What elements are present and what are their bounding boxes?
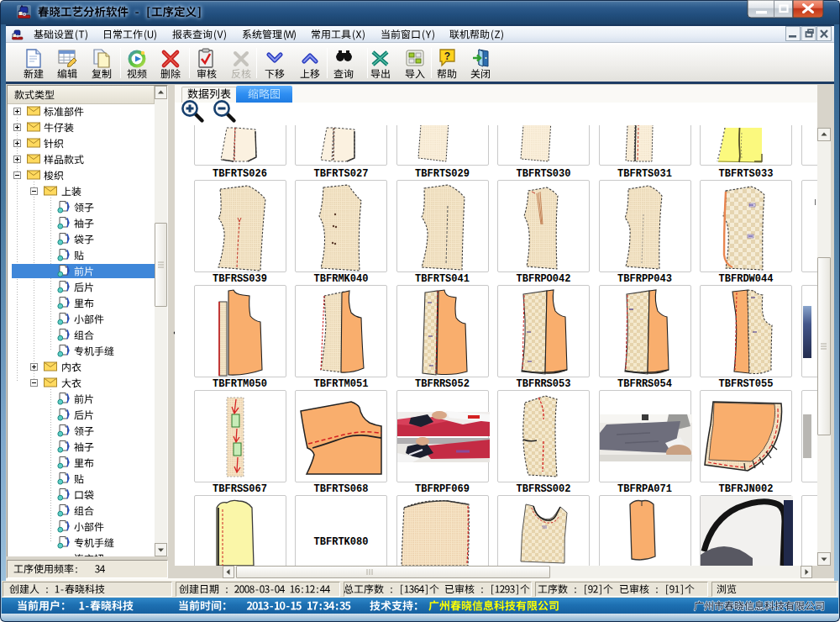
svg-text:?: ? <box>444 50 450 62</box>
